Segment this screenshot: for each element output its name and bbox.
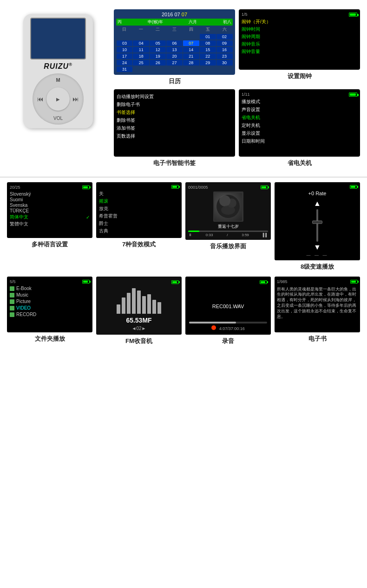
files-feature: 5/5 E-Book Music Picture VIDEO: [7, 277, 92, 345]
alarm-panel: 1/5 闹钟（开/关） 闹钟时间 闹钟周期 闹钟音乐 闹钟音量 设置闹钟: [239, 9, 360, 86]
power-item-3: 定时关机: [242, 122, 357, 129]
music-battery: [261, 185, 268, 189]
cal-weekdays: 日一二三四五六: [116, 26, 233, 33]
cal-week5: 24252627282930: [116, 59, 233, 66]
ebook-item-5: 页数选择: [117, 133, 232, 139]
reader-caption: 电子书: [308, 335, 327, 343]
rate-arrow-down: ▼: [314, 244, 321, 251]
language-feature: 20/25 Slovenský Suomi Svenska TÜRKÇE 简体中…: [7, 182, 92, 271]
cal-week3: 10111213141516: [116, 46, 233, 53]
fm-nav: ◄02►: [132, 326, 146, 331]
file-item-0: E-Book: [10, 286, 90, 291]
eq-item-2: 放克: [99, 205, 179, 212]
files-topbar: 5/5: [10, 279, 90, 284]
battery-indicator: [349, 13, 357, 17]
alarm-item-3: 闹钟音乐: [242, 41, 357, 47]
vol-label: VOL: [53, 116, 63, 121]
svg-point-3: [221, 205, 235, 215]
language-caption: 多种语言设置: [32, 240, 68, 249]
power-item-2: 省电关机: [242, 114, 357, 121]
alarm-item-1: 闹钟时间: [242, 26, 357, 33]
battery-indicator-power: [349, 92, 357, 97]
fm-bars: [117, 286, 161, 314]
fm-bar-6: [147, 294, 151, 314]
fm-bar-5: [142, 296, 146, 314]
reader-screen: 1/985 所有人类的灵魂都是海里一条巨大的鱼，出生的时候从海的此岸出发，在路途…: [275, 277, 360, 332]
eq-feature: 关 摇滚 放克 希普霍普 爵士 古典 7种音效模式: [96, 182, 182, 271]
music-feature: 0001/0005 重返十七岁: [185, 182, 271, 271]
music-progress: [188, 231, 268, 232]
lang-item-4: 简体中文✓: [10, 214, 90, 220]
reader-feature: 1/985 所有人类的灵魂都是海里一条巨大的鱼，出生的时候从海的此岸出发，在路途…: [275, 277, 360, 345]
lang-item-2: Svenska: [10, 203, 90, 208]
calendar-panel: 2016 07 07 丙申(猴)年六月初八 日一二三四五六 0102 03040…: [114, 9, 235, 86]
power-panel: 1/11 播放模式 声音设置 省电关机 定时关机 显示设置 日期和时间 省电关机: [239, 89, 360, 167]
recording-screen: REC001.WAV 4:07/37:00:16: [185, 277, 271, 335]
player-controls: M VOL ⏮ ⏭ ▶: [33, 73, 84, 125]
music-time: ⏸ 0:33/3:59 ▌▌: [188, 233, 268, 237]
fm-bar-8: [157, 302, 161, 314]
calendar-caption: 日历: [114, 77, 235, 86]
power-item-1: 声音设置: [242, 106, 357, 113]
music-title: 重返十七岁: [188, 224, 268, 230]
lang-item-3: TÜRKÇE: [10, 208, 90, 213]
file-item-3: VIDEO: [10, 305, 90, 311]
rec-time: 4:07/37:00:16: [211, 325, 245, 331]
alarm-topbar: 1/5: [242, 12, 357, 17]
alarm-caption: 设置闹钟: [239, 72, 360, 80]
eq-item-4: 爵士: [99, 220, 179, 227]
top-section: RUIZU® M VOL ⏮ ⏭ ▶ 2016 07 07 丙申(猴)年六月初八: [0, 0, 367, 172]
fm-screen: 65.53MF ◄02►: [96, 277, 182, 335]
music-artwork: [213, 192, 243, 222]
eq-caption: 7种音效模式: [122, 240, 156, 249]
music-screen: 0001/0005 重返十七岁: [185, 182, 271, 240]
fm-bar-7: [152, 300, 156, 314]
ebook-item-1: 删除电子书: [117, 101, 232, 108]
rate-arrow-up: ▲: [314, 200, 321, 207]
fm-feature: 65.53MF ◄02► FM收音机: [96, 277, 182, 345]
player-body: RUIZU® M VOL ⏮ ⏭ ▶: [23, 14, 93, 128]
reader-topbar: 1/985: [277, 279, 358, 285]
speed-slider: ▲ ▼: [314, 200, 321, 251]
ebook-item-4: 添加书签: [117, 125, 232, 132]
files-caption: 文件夹播放: [35, 335, 65, 343]
eq-item-5: 古典: [99, 228, 179, 234]
cal-week6: 31: [116, 66, 233, 72]
power-item-5: 日期和时间: [242, 138, 357, 145]
rate-knob: [312, 221, 322, 224]
cal-week2: 03040506070809: [116, 40, 233, 46]
eq-item-3: 希普霍普: [99, 213, 179, 219]
rec-battery: [260, 280, 267, 284]
section-divider: [0, 177, 367, 178]
lang-item-0: Slovenský: [10, 192, 90, 197]
speed-topbar: [277, 185, 357, 189]
eq-item-0: 关: [99, 191, 179, 197]
features-row-2: 5/5 E-Book Music Picture VIDEO: [7, 277, 360, 345]
recording-feature: REC001.WAV 4:07/37:00:16 录音: [185, 277, 271, 345]
fm-bar-3: [132, 288, 136, 314]
cal-week1: 0102: [116, 33, 233, 40]
cal-week4: 17181920212223: [116, 53, 233, 59]
fm-bar-1: [122, 297, 125, 314]
eq-screen: 关 摇滚 放克 希普霍普 爵士 古典: [96, 182, 182, 238]
lang-battery: [82, 185, 90, 189]
features-section: 20/25 Slovenský Suomi Svenska TÜRKÇE 简体中…: [0, 182, 367, 345]
files-screen: 5/5 E-Book Music Picture VIDEO: [7, 277, 92, 332]
ebook-item-0: 自动播放时间设置: [117, 93, 232, 100]
speed-feature: +0 Rate ▲ ▼ — — — 8级变速播放: [275, 182, 360, 271]
speed-caption: 8级变速播放: [301, 263, 334, 271]
lang-topbar: 20/25: [10, 185, 90, 190]
speed-screen: +0 Rate ▲ ▼ — — —: [275, 182, 360, 260]
m-button: M: [56, 77, 60, 83]
reader-text: 所有人类的灵魂都是海里一条巨大的鱼，出生的时候从海的此岸出发，在路途中，有时相遇…: [277, 287, 358, 320]
player-device: RUIZU® M VOL ⏮ ⏭ ▶: [7, 9, 109, 133]
file-item-4: RECORD: [10, 312, 90, 317]
rec-dot: [211, 325, 216, 330]
ebook-screen: 自动播放时间设置 删除电子书 书签选择 删除书签 添加书签 页数选择: [114, 89, 235, 157]
rate-dashes: — — —: [306, 253, 328, 258]
speed-label: +0 Rate: [308, 191, 327, 196]
alarm-item-4: 闹钟音量: [242, 48, 357, 55]
file-item-2: Picture: [10, 299, 90, 304]
rec-progress-fill: [189, 322, 236, 324]
rate-track: [316, 209, 318, 242]
